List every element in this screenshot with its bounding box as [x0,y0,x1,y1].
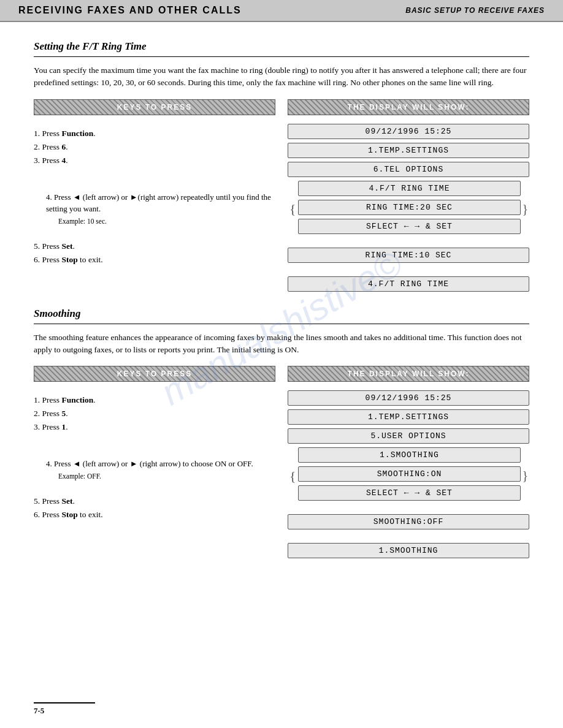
section1-desc: You can specify the maximum time you wan… [34,64,529,89]
section2-display-col: THE DISPLAY WILL SHOW: 09/12/1996 15:25 … [288,366,529,562]
step1-2: 2. Press 6. [34,142,275,152]
section2-title: Smoothing [34,308,529,320]
section2-steps-list: 1. Press Function. 2. Press 5. 3. Press … [34,395,275,432]
header-left: RECEIVING FAXES AND OTHER CALLS [18,5,242,16]
section1-keys-col: KEYS TO PRESS 1. Press Function. 2. Pres… [34,99,275,295]
section2-steps: 1. Press Function. 2. Press 5. 3. Press … [34,390,275,520]
lcd-temp-settings-1: 1.TEMP.SETTINGS [288,143,529,158]
bracket-left-1: { [288,202,298,216]
lcd-ft-ring-time-1: 4.F/T RING TIME [298,181,521,196]
section2-keys-col: KEYS TO PRESS 1. Press Function. 2. Pres… [34,366,275,562]
step1-3-bold: 4 [61,156,66,165]
bracket-left-2: { [288,469,298,483]
section1-keys-header: KEYS TO PRESS [34,99,275,115]
section2-columns: KEYS TO PRESS 1. Press Function. 2. Pres… [34,366,529,562]
page-header: RECEIVING FAXES AND OTHER CALLS BASIC SE… [0,0,563,22]
section1-divider [34,56,529,57]
step2-6-bold: Stop [61,510,77,519]
main-content: Setting the F/T Ring Time You can specif… [0,22,563,586]
step2-5: 5. Press Set. [34,496,275,506]
step2-3: 3. Press 1. [34,422,275,432]
step2-1: 1. Press Function. [34,395,275,405]
section1-steps: 1. Press Function. 2. Press 6. 3. Press … [34,124,275,265]
step1-5-bold: Set [61,241,72,251]
section1-display-area: 09/12/1996 15:25 1.TEMP.SETTINGS 6.TEL O… [288,124,529,292]
section-smoothing: Smoothing The smoothing feature enhances… [34,308,529,563]
section1-columns: KEYS TO PRESS 1. Press Function. 2. Pres… [34,99,529,295]
section1-steps-list: 1. Press Function. 2. Press 6. 3. Press … [34,129,275,165]
lcd-ring-time-20: RING TIME:20 SEC [298,200,521,215]
step2-1-bold: Function [61,395,93,404]
lcd-smoothing-off: SMOOTHING:OFF [288,514,529,529]
lcd-date-time-2: 09/12/1996 15:25 [288,390,529,406]
lcd-group2: { 1.SMOOTHING SMOOTHING:ON SELECT ← → & … [288,447,529,504]
lcd-date-time-1: 09/12/1996 15:25 [288,124,529,139]
lcd-temp-settings-2: 1.TEMP.SETTINGS [288,409,529,425]
section2-display-area: 09/12/1996 15:25 1.TEMP.SETTINGS 5.USER … [288,390,529,558]
lcd-user-options: 5.USER OPTIONS [288,428,529,444]
step1-2-bold: 6 [61,142,66,151]
lcd-bracket-boxes-2: 1.SMOOTHING SMOOTHING:ON SELECT ← → & SE… [298,447,521,504]
lcd-smoothing-on: SMOOTHING:ON [298,466,521,482]
step2-4-detail: 4. Press ◄ (left arrow) or ► (right arro… [46,458,275,482]
lcd-smoothing-1: 1.SMOOTHING [298,447,521,463]
section2-display-header: THE DISPLAY WILL SHOW: [288,366,529,382]
step2-2: 2. Press 5. [34,409,275,419]
lcd-ft-ring-time-2: 4.F/T RING TIME [288,276,529,292]
step2-5-bold: Set [61,496,72,506]
lcd-tel-options: 6.TEL OPTIONS [288,162,529,177]
page: manualshistive© RECEIVING FAXES AND OTHE… [0,0,563,728]
section2-desc: The smoothing feature enhances the appea… [34,332,529,357]
header-right: BASIC SETUP TO RECEIVE FAXES [405,6,545,15]
step1-1: 1. Press Function. [34,129,275,138]
lcd-smoothing-2: 1.SMOOTHING [288,543,529,558]
step1-6-bold: Stop [61,255,77,264]
step2-2-bold: 5 [61,409,66,418]
step1-1-bold: Function [61,129,93,138]
step1-6: 6. Press Stop to exit. [34,255,275,265]
page-footer: 7-5 [34,702,95,716]
section-ft-ring-time: Setting the F/T Ring Time You can specif… [34,40,529,295]
lcd-sflect: SFLECT ← → & SET [298,219,521,234]
step2-6: 6. Press Stop to exit. [34,510,275,520]
bracket-right-1: } [521,202,529,216]
section1-display-header: THE DISPLAY WILL SHOW: [288,99,529,115]
section1-title: Setting the F/T Ring Time [34,40,529,53]
section2-divider [34,324,529,324]
bracket-right-2: } [521,469,529,483]
page-number: 7-5 [34,706,44,715]
step2-4-example: Example: OFF. [58,472,101,480]
step1-4-detail: 4. Press ◄ (left arrow) or ►(right arrow… [46,191,275,227]
step2-3-bold: 1 [61,422,66,431]
lcd-select: SELECT ← → & SET [298,485,521,501]
lcd-ring-time-10: RING TIME:10 SEC [288,248,529,263]
lcd-bracket-boxes-1: 4.F/T RING TIME RING TIME:20 SEC SFLECT … [298,181,521,238]
section1-display-col: THE DISPLAY WILL SHOW: 09/12/1996 15:25 … [288,99,529,295]
step1-4-example: Example: 10 sec. [58,218,107,225]
section2-keys-header: KEYS TO PRESS [34,366,275,382]
step1-5: 5. Press Set. [34,241,275,251]
lcd-group1: { 4.F/T RING TIME RING TIME:20 SEC SFLEC… [288,181,529,238]
step1-3: 3. Press 4. [34,156,275,165]
